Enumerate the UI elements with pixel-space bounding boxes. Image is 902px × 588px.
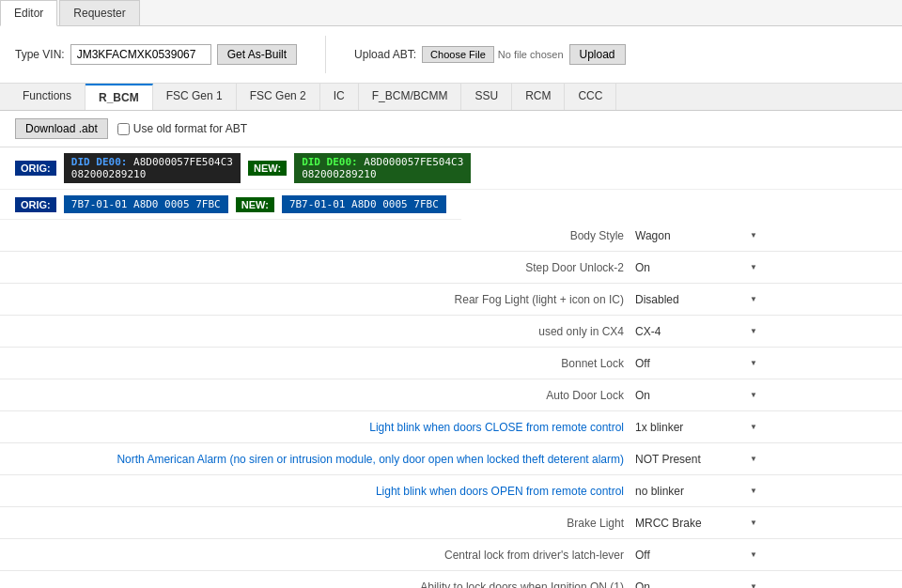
toolbar: Download .abt Use old format for ABT xyxy=(0,111,902,147)
tab-f-bcm-bcmm[interactable]: F_BCM/BCMM xyxy=(359,84,462,110)
setting-select-4[interactable]: Off xyxy=(635,357,748,370)
upload-button[interactable]: Upload xyxy=(569,44,626,65)
setting-row-3: used only in CX4CX-4 xyxy=(0,316,902,348)
setting-value-11: On xyxy=(635,580,887,589)
main-content: ORIG: 7B7-01-01 A8D0 0005 7FBC NEW: 7B7-… xyxy=(0,190,902,220)
old-format-checkbox[interactable] xyxy=(117,123,130,135)
tab-editor[interactable]: Editor xyxy=(0,0,57,26)
tab-fsc-gen1[interactable]: FSC Gen 1 xyxy=(153,84,237,110)
setting-label-6: Light blink when doors CLOSE from remote… xyxy=(15,421,635,434)
setting-select-5[interactable]: On xyxy=(635,389,748,402)
setting-label-4: Bonnet Lock xyxy=(15,357,635,370)
setting-row-8: Light blink when doors OPEN from remote … xyxy=(0,475,902,507)
vin-section: Type VIN: Get As-Built Upload ABT: Choos… xyxy=(0,26,902,84)
setting-label-5: Auto Door Lock xyxy=(15,389,635,402)
setting-value-2: Disabled xyxy=(635,293,887,306)
setting-label-7: North American Alarm (no siren or intrus… xyxy=(15,453,635,466)
select-wrapper-7: NOT Present xyxy=(635,453,757,466)
setting-select-0[interactable]: Wagon xyxy=(635,229,748,242)
setting-select-11[interactable]: On xyxy=(635,580,748,589)
tab-r-bcm[interactable]: R_BCM xyxy=(86,84,153,110)
setting-select-3[interactable]: CX-4 xyxy=(635,325,748,338)
new-badge-2: NEW: xyxy=(236,197,274,212)
tab-ic[interactable]: IC xyxy=(320,84,359,110)
top-tab-bar: Editor Requester xyxy=(0,0,902,26)
upload-group: Upload ABT: Choose File No file chosen U… xyxy=(354,44,626,65)
choose-file-button[interactable]: Choose File xyxy=(422,46,494,63)
setting-label-3: used only in CX4 xyxy=(15,325,635,338)
setting-label-2: Rear Fog Light (light + icon on IC) xyxy=(15,293,635,306)
hex-orig-did-1: DID DE00: xyxy=(71,156,128,168)
orig-badge-1: ORIG: xyxy=(15,161,56,176)
setting-row-11: Ability to lock doors when Ignition ON (… xyxy=(0,571,902,588)
hex-new-1: DID DE00: A8D000057FE504C3082000289210 xyxy=(294,153,471,183)
setting-select-8[interactable]: no blinker xyxy=(635,485,748,498)
hex-new-2: 7B7-01-01 A8D0 0005 7FBC xyxy=(282,195,446,213)
select-wrapper-10: Off xyxy=(635,549,757,562)
setting-label-9: Brake Light xyxy=(15,517,635,530)
tab-requester[interactable]: Requester xyxy=(59,0,139,25)
hex-orig-1: DID DE00: A8D000057FE504C3082000289210 xyxy=(64,153,241,183)
vin-input[interactable] xyxy=(70,44,211,65)
tab-rcm[interactable]: RCM xyxy=(512,84,565,110)
setting-value-7: NOT Present xyxy=(635,453,887,466)
divider xyxy=(325,36,326,73)
hex-orig-2: 7B7-01-01 A8D0 0005 7FBC xyxy=(64,195,228,213)
select-wrapper-4: Off xyxy=(635,357,757,370)
setting-row-2: Rear Fog Light (light + icon on IC)Disab… xyxy=(0,284,902,316)
setting-value-0: Wagon xyxy=(635,229,887,242)
file-input-wrapper: Choose File No file chosen xyxy=(422,46,563,63)
get-as-built-button[interactable]: Get As-Built xyxy=(217,44,297,65)
hex-left-panel: ORIG: 7B7-01-01 A8D0 0005 7FBC NEW: 7B7-… xyxy=(0,190,461,220)
select-wrapper-2: Disabled xyxy=(635,293,757,306)
orig-badge-2: ORIG: xyxy=(15,197,56,212)
setting-value-3: CX-4 xyxy=(635,325,887,338)
upload-abt-label: Upload ABT: xyxy=(354,48,416,61)
setting-label-0: Body Style xyxy=(15,229,635,242)
tab-fsc-gen2[interactable]: FSC Gen 2 xyxy=(237,84,320,110)
select-wrapper-3: CX-4 xyxy=(635,325,757,338)
setting-value-1: On xyxy=(635,261,887,274)
select-wrapper-11: On xyxy=(635,580,757,589)
setting-select-10[interactable]: Off xyxy=(635,549,748,562)
setting-label-1: Step Door Unlock-2 xyxy=(15,261,635,274)
setting-value-6: 1x blinker xyxy=(635,421,887,434)
vin-label: Type VIN: xyxy=(15,48,65,61)
setting-select-9[interactable]: MRCC Brake xyxy=(635,517,748,530)
download-abt-button[interactable]: Download .abt xyxy=(15,118,108,139)
select-wrapper-6: 1x blinker xyxy=(635,421,757,434)
tab-functions[interactable]: Functions xyxy=(9,84,86,110)
setting-row-7: North American Alarm (no siren or intrus… xyxy=(0,443,902,475)
hex-new-did-1: DID DE00: xyxy=(302,156,358,168)
select-wrapper-1: On xyxy=(635,261,757,274)
select-wrapper-9: MRCC Brake xyxy=(635,517,757,530)
no-file-text: No file chosen xyxy=(498,49,564,60)
tab-ssu[interactable]: SSU xyxy=(461,84,512,110)
setting-row-0: Body StyleWagon xyxy=(0,220,902,252)
vin-group: Type VIN: Get As-Built xyxy=(15,44,297,65)
hex-row-2: ORIG: 7B7-01-01 A8D0 0005 7FBC NEW: 7B7-… xyxy=(0,190,461,220)
setting-value-4: Off xyxy=(635,357,887,370)
setting-row-4: Bonnet LockOff xyxy=(0,348,902,379)
new-badge-1: NEW: xyxy=(248,161,287,176)
settings-table: Body StyleWagonStep Door Unlock-2OnRear … xyxy=(0,220,902,588)
setting-row-1: Step Door Unlock-2On xyxy=(0,252,902,284)
setting-row-10: Central lock from driver's latch-leverOf… xyxy=(0,539,902,571)
select-wrapper-5: On xyxy=(635,389,757,402)
setting-value-9: MRCC Brake xyxy=(635,517,887,530)
setting-select-6[interactable]: 1x blinker xyxy=(635,421,748,434)
old-format-label: Use old format for ABT xyxy=(133,122,247,135)
setting-value-10: Off xyxy=(635,549,887,562)
tab-ccc[interactable]: CCC xyxy=(565,84,616,110)
hex-row-1: ORIG: DID DE00: A8D000057FE504C308200028… xyxy=(0,147,902,190)
nav-tab-bar: Functions R_BCM FSC Gen 1 FSC Gen 2 IC F… xyxy=(0,84,902,111)
setting-label-8: Light blink when doors OPEN from remote … xyxy=(15,485,635,498)
old-format-checkbox-label: Use old format for ABT xyxy=(117,122,247,135)
select-wrapper-0: Wagon xyxy=(635,229,757,242)
select-wrapper-8: no blinker xyxy=(635,485,757,498)
setting-select-2[interactable]: Disabled xyxy=(635,293,748,306)
setting-select-1[interactable]: On xyxy=(635,261,748,274)
setting-row-9: Brake LightMRCC Brake xyxy=(0,507,902,539)
setting-select-7[interactable]: NOT Present xyxy=(635,453,748,466)
setting-row-6: Light blink when doors CLOSE from remote… xyxy=(0,411,902,443)
